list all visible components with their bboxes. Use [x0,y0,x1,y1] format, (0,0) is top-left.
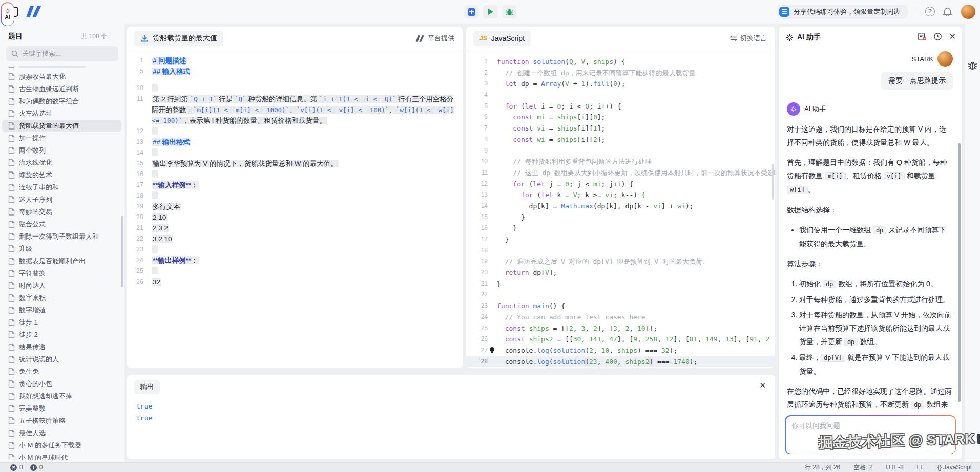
warnings-count[interactable]: 0 [39,464,43,471]
code-line[interactable]: 14 dp[k] = Math.max(dp[k], dp[k - vi] + … [466,201,775,212]
promo-banner[interactable]: 分享代码练习体验，领限量定制周边 [777,5,908,19]
submit-button[interactable] [464,5,478,18]
sidebar-item[interactable]: 最佳人选 [2,427,121,439]
sidebar-item[interactable]: 数字乘积 [2,292,121,304]
sidebar-item[interactable]: 加一操作 [2,132,121,144]
status-item[interactable]: {} JavaScript [937,464,972,471]
language-tab[interactable]: JS JavaScript [473,31,531,46]
sidebar-item[interactable]: 螺旋的艺术 [2,169,121,181]
code-line[interactable]: 24 // You can add more test cases here [466,312,775,323]
help-icon[interactable]: ? [925,7,935,16]
ai-toggle-button[interactable]: AI [1,2,14,26]
code-line[interactable]: 4 [466,90,775,101]
ai-input-box[interactable]: 你可以问我问题 [785,415,956,454]
sidebar-item[interactable]: 字符替换 [2,267,121,280]
code-line[interactable]: 10 // 每种货船利用多重背包问题的方法进行处理 [466,156,775,167]
sidebar-item[interactable]: 小 M 的星球时代 [2,452,121,460]
code-line[interactable]: 2 // 创建一个数组 dp，用来记录不同预算下能获得的最大载货量 [466,68,775,79]
code-line[interactable]: 25 const ships = [[2, 3, 2], [3, 2, 10]]… [466,323,775,334]
sidebar-item[interactable]: 兔生兔 [2,366,121,378]
code-line[interactable]: 15 } [466,212,775,223]
errors-icon[interactable]: ✕ [10,464,17,471]
code-line[interactable]: 19 // 遍历完成之后 V 对应的 dp[V] 即是预算到 V 时的最大负荷。 [466,256,775,267]
code-line[interactable]: 1function solution(Q, V, ships) { [466,56,775,68]
new-chat-icon[interactable] [918,32,926,41]
code-scrollbar[interactable] [772,164,774,200]
marscode-logo-icon[interactable] [26,6,42,19]
sidebar-item[interactable]: 统计说谎的人 [2,353,121,366]
status-item[interactable]: UTF-8 [886,464,904,471]
code-editor-panel: JS JavaScript 切换语言 1function solution(Q,… [466,27,775,368]
sidebar-item[interactable]: 连续子串的和 [2,181,121,194]
code-editor[interactable]: 1function solution(Q, V, ships) {2 // 创建… [466,50,775,368]
sidebar-item[interactable]: 两个数列 [2,144,121,157]
status-item[interactable]: LF [917,464,924,471]
sidebar-scrollbar[interactable] [121,216,123,287]
sidebar-item[interactable]: 古生物血缘远近判断 [2,83,121,95]
code-line[interactable]: 6 const mi = ships[i][0]; [466,112,775,123]
history-icon[interactable] [933,32,942,41]
sidebar-item[interactable]: 股票收益最大化 [2,71,121,83]
ai-scrollbar[interactable] [958,143,961,402]
debug-button[interactable] [502,5,516,18]
code-line[interactable]: 9 [466,145,775,157]
code-line[interactable]: 13 for (let k = V; k >= vi; k--) { [466,189,775,201]
sidebar-item[interactable]: 小 M 的多任务下载器 [2,439,121,452]
sidebar-item[interactable]: 奇妙的交易 [2,206,121,218]
code-line[interactable]: 22 [466,289,775,301]
sidebar-item[interactable]: 融合公式 [2,218,121,230]
switch-language-button[interactable]: 切换语言 [730,27,767,50]
description-line: 10 [127,83,463,94]
sidebar-item[interactable]: 五子棋获胜策略 [2,415,121,427]
code-line[interactable]: 26 const ships2 = [[30, 141, 47], [9, 25… [466,334,775,345]
output-tab[interactable]: 输出 [134,380,160,394]
code-line[interactable]: 23function main() { [466,301,775,312]
run-button[interactable] [483,5,497,18]
warnings-icon[interactable]: ! [30,464,37,471]
errors-count[interactable]: 0 [19,464,23,471]
sidebar-item[interactable]: 火车站选址 [2,108,121,120]
code-line[interactable]: 12 for (let j = 0; j < mi; j++) { [466,179,775,190]
sidebar-item[interactable]: 数据表是否能顺利产出 [2,255,121,267]
sidebar-item[interactable]: 徒步 2 [2,329,121,341]
code-line[interactable]: 18 [466,245,775,256]
sidebar-item[interactable]: 完美整数 [2,402,121,415]
sidebar-item[interactable]: 升级 [2,243,121,255]
send-icon[interactable] [939,438,950,449]
sidebar-item[interactable]: 糖果传递 [2,341,121,353]
code-line[interactable]: 17 } [466,234,775,245]
code-line[interactable]: 8 const wi = ships[i][2]; [466,134,775,145]
status-item[interactable]: 空格: 2 [853,463,872,472]
sidebar-item[interactable] [2,66,121,71]
sidebar-item[interactable]: 数字增殖 [2,304,121,316]
code-line[interactable]: 11 // 这里 dp 数组要从大到小循环更新，以确保使用本船只时，前一次的预算… [466,167,775,179]
code-line[interactable]: 5 for (let i = 0; i < Q; i++) { [466,101,775,112]
notification-bell-icon[interactable] [943,7,952,18]
sidebar-item[interactable]: 流水线优化 [2,157,121,169]
code-line[interactable]: 7 const vi = ships[i][1]; [466,123,775,134]
status-item[interactable]: 行 28，列 26 [805,463,840,472]
problem-description[interactable]: 1# 问题描述5## 输入格式1011第 2 行到第 `Q + 1` 行是 `Q… [127,50,463,368]
problem-title-chip[interactable]: 货船载货量的最大值 [134,31,223,46]
code-line[interactable]: 16 } [466,223,775,234]
sidebar-item[interactable]: 徒步 1 [2,316,121,329]
lightbulb-icon[interactable] [489,347,495,354]
line-number: 17 [466,234,497,245]
sidebar-item[interactable]: 时尚达人 [2,280,121,292]
close-icon[interactable]: ✕ [949,33,956,41]
code-line[interactable]: 20 return dp[V]; [466,267,775,278]
close-icon[interactable]: ✕ [759,381,766,390]
sidebar-item[interactable]: 删除一次得到子数组最大和 [2,230,121,243]
code-line[interactable]: 27 console.log(solution(2, 10, ships) ==… [466,345,775,356]
sidebar-item-selected[interactable]: 货船载货量的最大值 [2,120,121,132]
user-avatar[interactable] [961,5,975,19]
sidebar-item[interactable]: 贪心的小包 [2,378,121,390]
code-line[interactable]: 3 let dp = Array(V + 1).fill(0); [466,78,775,90]
search-input[interactable]: 关键字搜索... [6,46,118,61]
sidebar-item[interactable]: 我好想逃却逃不掉 [2,390,121,402]
code-line[interactable]: 28 console.log(solution(23, 400, ships2)… [466,356,775,368]
sidebar-item[interactable]: 迷人子序列 [2,194,121,206]
code-line[interactable]: 21} [466,278,775,290]
debug-strip-icon[interactable] [968,60,977,70]
sidebar-item[interactable]: 和为偶数的数字组合 [2,95,121,108]
